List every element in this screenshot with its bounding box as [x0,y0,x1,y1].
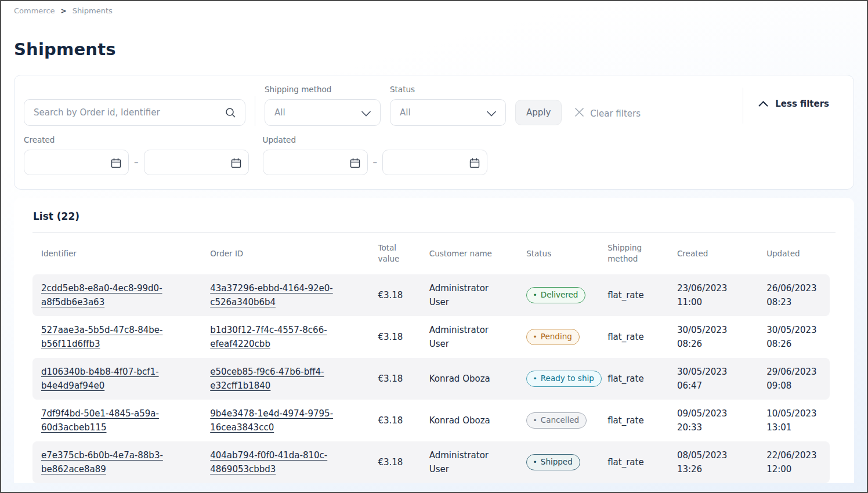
created-to-field [144,150,249,175]
breadcrumb-commerce[interactable]: Commerce [14,6,55,15]
customer-name-cell: Konrad Oboza [421,358,518,400]
table-row: d106340b-b4b8-4f07-bcf1-b4e4d9af94e0 e50… [32,358,830,400]
created-cell: 30/05/2023 06:47 [668,358,758,400]
status-cell: Shipped [518,441,599,483]
created-cell: 08/05/2023 13:26 [668,441,758,483]
identifier-link[interactable]: e7e375cb-6b0b-4e7a-88b3-be862ace8a89 [41,448,168,476]
calendar-icon[interactable] [111,158,121,171]
calendar-icon[interactable] [469,158,480,171]
total-value-cell: €3.18 [369,316,420,358]
updated-cell: 22/06/2023 12:00 [758,441,830,483]
filters-row-dates: Created – [24,135,844,175]
customer-name-cell: Konrad Oboza [421,400,518,441]
shipping-method-value: All [274,107,285,118]
search-icon [225,107,237,121]
shipping-method-cell: flat_rate [599,316,668,358]
shipping-method-select[interactable]: All [265,99,381,126]
identifier-link[interactable]: d106340b-b4b8-4f07-bcf1-b4e4d9af94e0 [41,365,168,393]
list-heading: List (22) [32,211,836,222]
clear-filters-button[interactable]: Clear filters [574,107,641,119]
identifier-link[interactable]: 7df9f4bd-50e1-4845-a59a-60d3acbeb115 [41,407,168,434]
status-badge: Delivered [526,287,585,303]
chevron-down-icon [361,108,371,119]
clear-filters-label: Clear filters [590,108,641,119]
total-value-cell: €3.18 [369,441,420,483]
column-header-total-value: Total value [369,233,420,274]
updated-cell: 26/06/2023 08:23 [758,274,830,316]
breadcrumb-shipments[interactable]: Shipments [73,6,113,15]
column-header-shipping-method: Shipping method [599,233,668,274]
shipping-method-cell: flat_rate [599,358,668,400]
column-header-status: Status [518,233,599,274]
shipping-method-cell: flat_rate [599,274,668,316]
column-header-order-id: Order ID [201,233,369,274]
table-row: 7df9f4bd-50e1-4845-a59a-60d3acbeb115 9b4… [32,400,830,441]
table-row: 2cdd5eb8-e8a0-4ec8-99d0-a8f5db6e3a63 43a… [32,274,830,316]
identifier-link[interactable]: 527aae3a-5b5d-47c8-84be-b56f11d6ffb3 [41,323,168,351]
updated-to-field [382,150,487,175]
less-filters-label: Less filters [775,99,829,109]
status-select[interactable]: All [390,99,506,126]
created-cell: 30/05/2023 08:26 [668,316,758,358]
created-label: Created [24,135,249,144]
order-id-link[interactable]: b1d30f12-7f4c-4557-8c66-efeaf4220cbb [210,323,337,351]
updated-label: Updated [263,135,488,144]
column-header-updated: Updated [758,233,830,274]
calendar-icon[interactable] [350,158,360,171]
status-badge: Ready to ship [526,371,602,387]
total-value-cell: €3.18 [369,358,420,400]
created-cell: 09/05/2023 20:33 [668,400,758,441]
shipments-list-panel: List (22) Identifier Order ID Total valu… [14,198,854,483]
order-id-link[interactable]: e50ceb85-f9c6-47b6-bff4-e32cff1b1840 [210,365,337,393]
calendar-icon[interactable] [231,158,241,171]
updated-cell: 30/05/2023 08:26 [758,316,830,358]
shipping-method-cell: flat_rate [599,400,668,441]
apply-button[interactable]: Apply [515,100,562,125]
app-window: Commerce > Shipments Shipments Shipping … [0,0,868,493]
breadcrumb-separator-icon: > [61,7,67,15]
table-row: 527aae3a-5b5d-47c8-84be-b56f11d6ffb3 b1d… [32,316,830,358]
table-header-row: Identifier Order ID Total value Customer… [32,233,830,274]
page-title: Shipments [14,39,867,59]
identifier-link[interactable]: 2cdd5eb8-e8a0-4ec8-99d0-a8f5db6e3a63 [41,281,168,309]
status-cell: Pending [518,316,599,358]
shipments-table: Identifier Order ID Total value Customer… [32,233,830,483]
filters-panel: Shipping method All Status All [14,75,854,190]
status-value: All [400,107,411,118]
updated-cell: 10/05/2023 13:01 [758,400,830,441]
range-separator: – [134,157,139,168]
search-input[interactable] [24,100,245,125]
filters-divider [255,96,255,126]
created-date-filter: Created – [24,135,249,175]
customer-name-cell: Administrator User [421,274,518,316]
table-row: e7e375cb-6b0b-4e7a-88b3-be862ace8a89 404… [32,441,830,483]
shipping-method-cell: flat_rate [599,441,668,483]
status-cell: Delivered [518,274,599,316]
status-label: Status [390,85,506,94]
total-value-cell: €3.18 [369,274,420,316]
status-cell: Ready to ship [518,358,599,400]
column-header-identifier: Identifier [32,233,201,274]
column-header-created: Created [668,233,758,274]
chevron-down-icon [487,108,496,119]
status-cell: Cancelled [518,400,599,441]
order-id-link[interactable]: 404ab794-f0f0-41da-810c-4869053cbbd3 [210,448,337,476]
shipping-method-label: Shipping method [265,85,381,94]
updated-from-field [263,150,368,175]
status-badge: Pending [526,329,580,345]
column-header-customer-name: Customer name [421,233,518,274]
updated-cell: 29/06/2023 09:08 [758,358,830,400]
filters-row-main: Shipping method All Status All [24,85,844,126]
customer-name-cell: Administrator User [421,316,518,358]
chevron-up-icon [758,99,768,109]
status-badge: Shipped [526,454,580,470]
created-from-field [24,150,129,175]
customer-name-cell: Administrator User [421,441,518,483]
status-badge: Cancelled [526,412,587,429]
status-filter: Status All [390,85,506,126]
shipping-method-filter: Shipping method All [265,85,381,126]
less-filters-toggle[interactable]: Less filters [758,99,829,113]
order-id-link[interactable]: 9b4e3478-1e4d-4974-9795-16cea3843cc0 [210,407,337,434]
updated-date-filter: Updated – [263,135,488,175]
order-id-link[interactable]: 43a37296-ebbd-4164-92e0-c526a340b6b4 [210,281,337,309]
